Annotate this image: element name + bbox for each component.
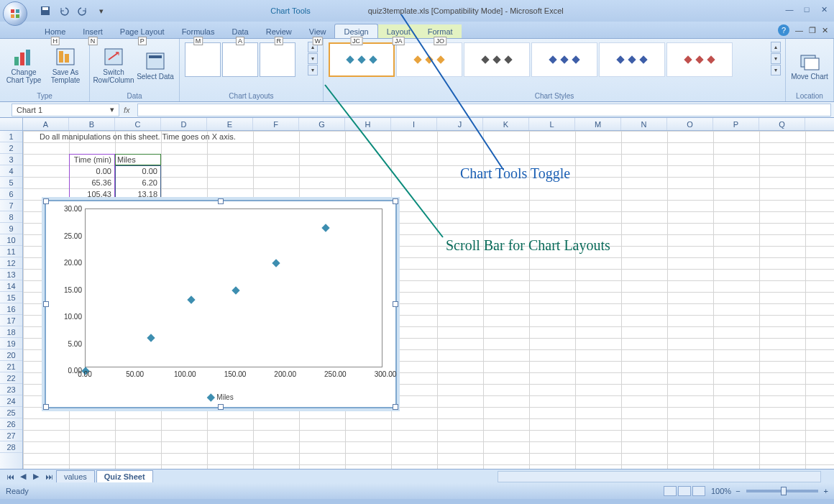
office-button[interactable] [3,1,27,26]
rowhdr-27[interactable]: 27 [0,430,22,441]
data-point[interactable] [232,286,239,294]
rowhdr-18[interactable]: 18 [0,326,22,338]
select-all-button[interactable] [0,118,23,130]
move-chart-button[interactable]: Move Chart [790,42,829,89]
qat-more-icon[interactable]: ▾ [93,3,109,19]
close-button[interactable]: ✕ [818,4,830,14]
select-data-button[interactable]: Select Data [136,42,175,89]
sheet-nav-prev-icon[interactable]: ◀ [17,471,29,482]
chart-style-2[interactable] [396,42,462,77]
chart-style-3[interactable] [464,42,530,77]
chart-style-5[interactable] [599,42,665,77]
colhdr-F[interactable]: F [253,118,299,130]
rowhdr-11[interactable]: 11 [0,246,22,257]
rowhdr-24[interactable]: 24 [0,395,22,407]
chart-style-1[interactable] [329,42,395,77]
colhdr-Q[interactable]: Q [759,118,805,130]
chart-layout-3[interactable] [260,42,295,77]
tab-home[interactable]: HomeH [36,24,74,38]
data-point[interactable] [147,334,155,342]
minimize-button[interactable]: — [784,4,795,14]
rowhdr-12[interactable]: 12 [0,257,22,269]
tab-data[interactable]: DataA [223,24,257,38]
colhdr-E[interactable]: E [207,118,253,130]
rowhdr-25[interactable]: 25 [0,407,22,418]
sheet-nav-last-icon[interactable]: ⏭ [43,471,55,482]
scroll-down-icon[interactable]: ▾ [308,53,318,64]
rowhdr-1[interactable]: 1 [0,131,22,142]
chart-style-6[interactable] [666,42,733,77]
colhdr-B[interactable]: B [69,118,115,130]
switch-row-column-button[interactable]: Switch Row/Column [94,42,133,89]
rowhdr-3[interactable]: 3 [0,154,22,165]
colhdr-D[interactable]: D [161,118,207,130]
rowhdr-15[interactable]: 15 [0,292,22,303]
change-chart-type-button[interactable]: Change Chart Type [4,42,43,89]
colhdr-I[interactable]: I [391,118,437,130]
cell-b5[interactable]: 65.36 [69,177,114,188]
tab-review[interactable]: ReviewR [257,24,301,38]
tab-format[interactable]: FormatJO [419,24,462,38]
rowhdr-10[interactable]: 10 [0,234,22,246]
colhdr-K[interactable]: K [483,118,529,130]
rowhdr-19[interactable]: 19 [0,338,22,349]
styles-scroll-down-icon[interactable]: ▾ [771,53,781,64]
workbook-close-button[interactable]: ✕ [822,26,828,35]
tab-view[interactable]: ViewW [301,24,335,38]
rowhdr-5[interactable]: 5 [0,177,22,188]
cells-area[interactable]: Do all manipulations on this sheet. Time… [23,131,834,469]
redo-icon[interactable] [75,3,91,19]
rowhdr-13[interactable]: 13 [0,269,22,280]
chart-style-4[interactable] [531,42,597,77]
workbook-restore-button[interactable]: ❐ [809,26,816,35]
zoom-slider[interactable] [746,490,818,492]
chevron-down-icon[interactable]: ▾ [110,105,114,114]
view-page-break-button[interactable] [692,486,705,496]
cell-b6[interactable]: 105.43 [69,188,114,200]
rowhdr-9[interactable]: 9 [0,223,22,234]
colhdr-C[interactable]: C [115,118,161,130]
sheet-tab-values[interactable]: values [56,470,95,482]
sheet-tab-quiz-sheet[interactable]: Quiz Sheet [96,470,153,482]
chart-layout-1[interactable] [185,42,221,77]
chart-layouts-scrollbar[interactable]: ▴ ▾ ▾ [308,42,318,75]
worksheet-grid[interactable]: 1234567891011121314151617181920212223242… [0,131,834,469]
zoom-out-button[interactable]: − [736,487,740,495]
embedded-chart[interactable]: Miles 0.005.0010.0015.0020.0025.0030.000… [45,200,397,408]
rowhdr-4[interactable]: 4 [0,165,22,177]
name-box[interactable]: Chart 1▾ [12,104,119,116]
rowhdr-21[interactable]: 21 [0,361,22,372]
tab-design[interactable]: DesignJC [334,24,377,38]
colhdr-M[interactable]: M [575,118,621,130]
rowhdr-16[interactable]: 16 [0,303,22,315]
cell-c3[interactable]: Miles [115,154,160,165]
undo-icon[interactable] [56,3,72,19]
colhdr-G[interactable]: G [299,118,345,130]
fx-icon[interactable]: fx [119,106,134,114]
rowhdr-22[interactable]: 22 [0,372,22,384]
tab-formulas[interactable]: FormulasM [173,24,224,38]
chart-styles-scrollbar[interactable]: ▴ ▾ ▾ [771,42,781,75]
rowhdr-23[interactable]: 23 [0,384,22,395]
styles-scroll-more-icon[interactable]: ▾ [771,65,781,75]
maximize-button[interactable]: □ [801,4,812,14]
tab-layout[interactable]: LayoutJA [378,24,419,38]
cell-a1[interactable]: Do all manipulations on this sheet. Time… [37,131,325,142]
cell-c6[interactable]: 13.18 [115,188,160,200]
chart-layout-2[interactable] [222,42,258,77]
sheet-nav-first-icon[interactable]: ⏮ [4,471,16,482]
save-as-template-button[interactable]: Save As Template [46,42,85,89]
scroll-more-icon[interactable]: ▾ [308,65,318,75]
colhdr-L[interactable]: L [529,118,575,130]
rowhdr-6[interactable]: 6 [0,188,22,200]
rowhdr-20[interactable]: 20 [0,349,22,361]
rowhdr-14[interactable]: 14 [0,280,22,292]
view-page-layout-button[interactable] [678,486,691,496]
horizontal-scrollbar[interactable] [498,471,821,482]
colhdr-P[interactable]: P [713,118,759,130]
save-icon[interactable] [37,3,53,19]
colhdr-A[interactable]: A [23,118,69,130]
plot-area[interactable] [85,209,382,367]
rowhdr-2[interactable]: 2 [0,142,22,154]
cell-c5[interactable]: 6.20 [115,177,160,188]
